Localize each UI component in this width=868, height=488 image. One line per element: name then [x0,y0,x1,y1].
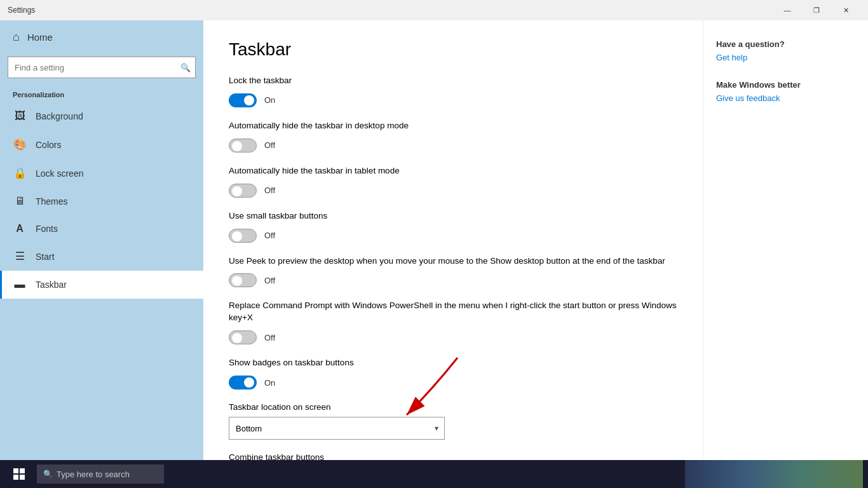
svg-rect-4 [20,475,25,480]
powershell-toggle-row: Off [229,330,677,344]
sidebar-section-label: Personalization [0,86,203,102]
powershell-toggle[interactable] [229,330,257,344]
auto-hide-tablet-toggle[interactable] [229,184,257,198]
lock-taskbar-toggle-row: On [229,93,677,107]
taskbar-search-bar[interactable]: 🔍 Type here to search [37,464,164,484]
sidebar-item-fonts[interactable]: A Fonts [0,215,203,242]
search-input[interactable] [8,57,196,78]
sidebar-item-taskbar-label: Taskbar [36,280,67,290]
setting-powershell: Replace Command Prompt with Windows Powe… [229,300,677,344]
powershell-label: Replace Command Prompt with Windows Powe… [229,300,677,324]
setting-combine: Combine taskbar buttons Always, hide lab… [229,452,677,460]
start-button[interactable] [5,460,33,488]
auto-hide-desktop-toggle-row: Off [229,139,677,152]
setting-auto-hide-tablet: Automatically hide the taskbar in tablet… [229,165,677,198]
toggle-thumb-5 [232,276,242,286]
taskbar-right-area [685,460,863,488]
small-buttons-label: Use small taskbar buttons [229,210,677,222]
content-area: Taskbar Lock the taskbar On Automaticall… [203,20,703,460]
get-help-link[interactable]: Get help [716,53,855,62]
setting-peek: Use Peek to preview the desktop when you… [229,255,677,288]
sidebar-item-colors-label: Colors [36,140,61,150]
lock-taskbar-toggle[interactable] [229,93,257,107]
toggle-thumb-2 [232,141,242,151]
peek-toggle[interactable] [229,273,257,287]
taskbar-search-text: Type here to search [57,470,130,479]
colors-icon: 🎨 [13,138,27,151]
page-title: Taskbar [229,39,677,60]
badges-toggle[interactable] [229,376,257,390]
taskbar-search-icon: 🔍 [43,470,53,478]
peek-label: Use Peek to preview the desktop when you… [229,255,677,268]
sidebar-item-fonts-label: Fonts [36,224,58,234]
toggle-thumb [244,95,254,105]
home-icon: ⌂ [13,30,20,44]
background-icon: 🖼 [13,110,27,123]
search-icon: 🔍 [180,63,191,72]
location-label: Taskbar location on screen [229,402,677,412]
sidebar-item-lock-screen-label: Lock screen [36,168,83,179]
auto-hide-desktop-toggle[interactable] [229,139,257,152]
help-section: Have a question? Get help [716,39,855,62]
small-buttons-toggle[interactable] [229,229,257,243]
small-buttons-toggle-row: Off [229,229,677,243]
toggle-thumb-4 [232,231,242,241]
titlebar-title: Settings [8,6,35,15]
toggle-thumb-7 [244,377,254,388]
badges-toggle-row: On [229,376,677,390]
home-label: Home [27,32,53,43]
auto-hide-tablet-label: Automatically hide the taskbar in tablet… [229,165,677,177]
svg-rect-1 [13,468,18,473]
sidebar-item-themes[interactable]: 🖥 Themes [0,187,203,215]
taskbar-icon: ▬ [13,278,27,291]
setting-auto-hide-desktop: Automatically hide the taskbar in deskto… [229,120,677,152]
feedback-section: Make Windows better Give us feedback [716,80,855,103]
titlebar: Settings — ❐ ✕ [0,0,868,20]
sidebar-item-themes-label: Themes [36,196,68,207]
auto-hide-desktop-label: Automatically hide the taskbar in deskto… [229,120,677,132]
question-title: Have a question? [716,39,855,49]
titlebar-controls: — ❐ ✕ [773,0,860,20]
setting-location: Taskbar location on screen Bottom Top Le… [229,402,677,440]
sidebar-item-start[interactable]: ☰ Start [0,242,203,271]
sidebar: ⌂ Home 🔍 Personalization 🖼 Background 🎨 … [0,20,203,460]
setting-badges: Show badges on taskbar buttons On [229,357,677,390]
svg-rect-2 [20,468,25,473]
minimize-button[interactable]: — [773,0,802,20]
sidebar-item-background-label: Background [36,111,83,121]
sidebar-item-background[interactable]: 🖼 Background [0,102,203,130]
close-button[interactable]: ✕ [831,0,860,20]
sidebar-home-button[interactable]: ⌂ Home [0,20,203,54]
sidebar-item-colors[interactable]: 🎨 Colors [0,130,203,159]
toggle-thumb-6 [232,333,242,343]
lock-screen-icon: 🔒 [13,166,27,180]
badges-toggle-text: On [264,378,275,388]
auto-hide-tablet-toggle-text: Off [264,186,275,195]
peek-toggle-row: Off [229,273,677,287]
sidebar-item-lock-screen[interactable]: 🔒 Lock screen [0,159,203,187]
auto-hide-tablet-toggle-row: Off [229,184,677,198]
restore-button[interactable]: ❐ [802,0,831,20]
location-dropdown[interactable]: Bottom Top Left Right [229,417,445,440]
powershell-toggle-text: Off [264,333,275,342]
setting-small-buttons: Use small taskbar buttons Off [229,210,677,243]
fonts-icon: A [13,223,27,234]
give-feedback-link[interactable]: Give us feedback [716,93,855,103]
lock-taskbar-label: Lock the taskbar [229,75,677,87]
sidebar-item-taskbar[interactable]: ▬ Taskbar [0,271,203,299]
feedback-title: Make Windows better [716,80,855,90]
sidebar-item-start-label: Start [36,252,55,262]
auto-hide-desktop-toggle-text: Off [264,140,275,150]
start-icon: ☰ [13,250,27,263]
small-buttons-toggle-text: Off [264,231,275,240]
taskbar-bottom: 🔍 Type here to search [0,460,868,488]
themes-icon: 🖥 [13,195,27,208]
peek-toggle-text: Off [264,276,275,285]
taskbar-gradient-area [685,460,863,488]
main-layout: ⌂ Home 🔍 Personalization 🖼 Background 🎨 … [0,20,868,460]
location-dropdown-wrapper: Bottom Top Left Right ▾ [229,417,445,440]
badges-label: Show badges on taskbar buttons [229,357,677,369]
toggle-thumb-3 [232,186,242,196]
windows-icon [13,468,25,480]
setting-lock-taskbar: Lock the taskbar On [229,75,677,107]
